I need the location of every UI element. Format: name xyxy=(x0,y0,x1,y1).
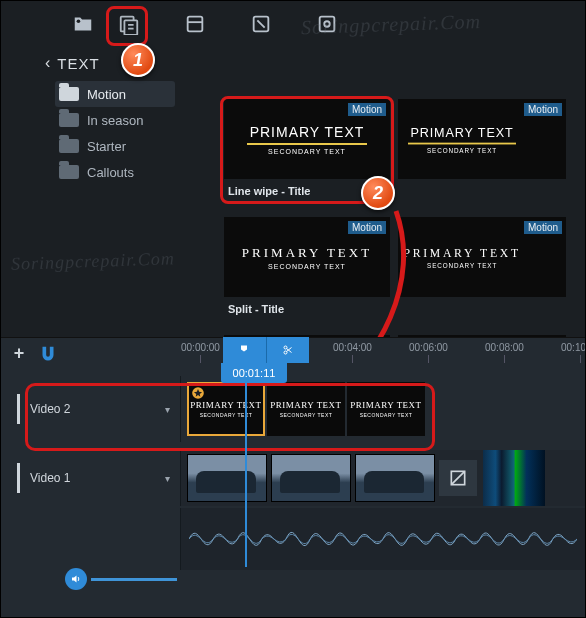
clip-text-secondary: SECONDARY TEXT xyxy=(190,412,261,418)
snap-magnet-icon[interactable] xyxy=(37,344,59,362)
track-label: Video 2 xyxy=(30,402,70,416)
svg-point-6 xyxy=(324,21,330,27)
motion-badge: Motion xyxy=(524,221,562,234)
clip-text-secondary: SECONDARY TEXT xyxy=(350,412,421,418)
preset-primary-text: PRIMARY TEXT xyxy=(242,245,372,261)
video-thumbnail[interactable] xyxy=(355,454,435,502)
folder-icon xyxy=(59,113,79,127)
preset-line-wipe-lower-third[interactable]: Motion PRIMARY TEXT SECONDARY TEXT Line … xyxy=(398,99,566,179)
folder-motion[interactable]: Motion xyxy=(55,81,175,107)
preset-primary-text: PRIMARY TEXT xyxy=(403,246,520,260)
track-head-audio[interactable] xyxy=(1,508,181,570)
chevron-left-icon: ‹ xyxy=(45,54,51,72)
split-icon[interactable] xyxy=(267,337,310,363)
volume-button[interactable] xyxy=(65,568,87,590)
preset-label: Split - Title xyxy=(228,303,284,315)
track-head-video-1[interactable]: Video 1 ▾ xyxy=(1,450,181,506)
film-strip-icon xyxy=(17,394,20,424)
clip-text-primary: PRIMARY TEXT xyxy=(350,400,421,410)
motion-badge: Motion xyxy=(524,103,562,116)
preset-primary-text: PRIMARY TEXT xyxy=(408,125,516,139)
annotation-highlight-tab xyxy=(106,6,148,46)
folder-icon xyxy=(59,139,79,153)
text-clip-2[interactable]: PRIMARY TEXTSECONDARY TEXT xyxy=(267,382,345,436)
preset-secondary-text: SECONDARY TEXT xyxy=(403,262,520,268)
panel-breadcrumb[interactable]: ‹ TEXT xyxy=(1,47,585,79)
preset-split-title[interactable]: Motion PRIMARY TEXT SECONDARY TEXT Split… xyxy=(224,217,390,297)
preset-secondary-text: SECONDARY TEXT xyxy=(408,147,516,153)
track-video-1[interactable]: Video 1 ▾ xyxy=(1,450,585,506)
text-clip-1[interactable]: PRIMARY TEXTSECONDARY TEXT xyxy=(187,382,265,436)
folder-label: Callouts xyxy=(87,165,134,180)
track-body-audio[interactable] xyxy=(181,508,585,570)
text-clip-3[interactable]: PRIMARY TEXTSECONDARY TEXT xyxy=(347,382,425,436)
track-video-2[interactable]: Video 2 ▾ PRIMARY TEXTSECONDARY TEXT PRI… xyxy=(1,376,585,442)
audio-waveform xyxy=(189,514,577,564)
folder-icon xyxy=(59,165,79,179)
clip-text-primary: PRIMARY TEXT xyxy=(270,400,341,410)
tab-effects[interactable] xyxy=(175,4,215,44)
add-track-button[interactable]: + xyxy=(7,343,31,364)
folder-label: Starter xyxy=(87,139,126,154)
film-strip-icon xyxy=(17,463,20,493)
svg-rect-5 xyxy=(320,17,335,32)
folder-open-icon xyxy=(59,87,79,101)
star-icon xyxy=(191,386,205,400)
track-body-video-1[interactable] xyxy=(181,450,585,506)
playhead-time: 00:01:11 xyxy=(221,363,287,383)
video-thumbnail[interactable] xyxy=(271,454,351,502)
watermark-text: Soringpcrepair.Com xyxy=(11,248,175,275)
folder-label: In season xyxy=(87,113,143,128)
video-thumbnail[interactable] xyxy=(187,454,267,502)
svg-point-0 xyxy=(77,19,81,23)
volume-slider[interactable] xyxy=(91,578,177,581)
playhead-handle[interactable] xyxy=(223,337,309,363)
chevron-down-icon[interactable]: ▾ xyxy=(165,404,170,415)
marker-icon[interactable] xyxy=(223,337,267,363)
motion-badge: Motion xyxy=(348,221,386,234)
track-head-video-2[interactable]: Video 2 ▾ xyxy=(1,376,181,442)
annotation-callout-1: 1 xyxy=(121,43,155,77)
timeline-panel: + 00:00:00 00:02:00 00:04:00 00:06:00 00… xyxy=(1,337,585,617)
track-body-video-2[interactable]: PRIMARY TEXTSECONDARY TEXT PRIMARY TEXTS… xyxy=(181,376,585,442)
video-thumbnail-glitch[interactable] xyxy=(483,450,545,506)
track-audio[interactable] xyxy=(1,508,585,570)
clip-text-primary: PRIMARY TEXT xyxy=(190,400,261,410)
preset-split-lower-third[interactable]: Motion PRIMARY TEXT SECONDARY TEXT Split… xyxy=(398,217,566,297)
category-tabs xyxy=(1,1,585,47)
tab-elements[interactable] xyxy=(307,4,347,44)
panel-title: TEXT xyxy=(57,55,99,72)
track-label: Video 1 xyxy=(30,471,70,485)
transition-box[interactable] xyxy=(439,460,477,496)
preset-secondary-text: SECONDARY TEXT xyxy=(242,263,372,270)
annotation-callout-2: 2 xyxy=(361,176,395,210)
tab-media[interactable] xyxy=(63,4,103,44)
clip-text-secondary: SECONDARY TEXT xyxy=(270,412,341,418)
tab-overlays[interactable] xyxy=(241,4,281,44)
folder-label: Motion xyxy=(87,87,126,102)
chevron-down-icon[interactable]: ▾ xyxy=(165,473,170,484)
svg-rect-3 xyxy=(188,17,203,32)
